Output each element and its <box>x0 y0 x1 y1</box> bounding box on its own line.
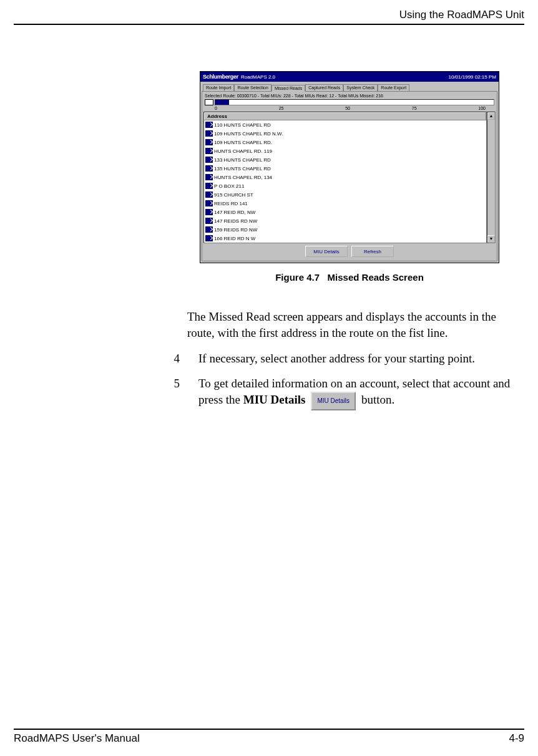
list-item[interactable]: 110 HUNTS CHAPEL RD <box>204 120 486 129</box>
page-footer: RoadMAPS User's Manual 4-9 <box>14 732 524 745</box>
address-text: REIDS RD 141 <box>214 201 248 206</box>
footer-page-number: 4-9 <box>509 732 524 745</box>
address-text: HUNTS CHAPEL RD. 119 <box>214 148 272 154</box>
scale-75: 75 <box>412 106 417 110</box>
tab-pane: Selected Route: 00300710 - Total MIUs: 2… <box>202 91 497 261</box>
tab-captured-reads[interactable]: Captured Reads <box>305 84 343 91</box>
address-text: 147 REIDS RD NW <box>214 218 257 224</box>
envelope-icon <box>205 122 213 128</box>
list-item[interactable]: 133 HUNTS CHAPEL RD <box>204 155 486 164</box>
title-datetime: 10/01/1999 02:15 PM <box>448 74 496 80</box>
envelope-icon <box>205 130 213 137</box>
progress-scale: 0 25 50 75 100 <box>203 106 496 110</box>
refresh-button[interactable]: Refresh <box>351 246 394 257</box>
envelope-icon <box>205 139 213 145</box>
address-text: 109 HUNTS CHAPEL RD. <box>214 140 272 145</box>
address-list: Address 110 HUNTS CHAPEL RD 109 HUNTS CH… <box>203 112 487 243</box>
envelope-icon <box>205 148 213 154</box>
paragraph: The Missed Read screen appears and displ… <box>187 309 518 341</box>
step5-text-b: button. <box>361 393 394 406</box>
progress-fill <box>215 100 229 105</box>
envelope-icon <box>205 165 213 172</box>
figure-title: Missed Reads Screen <box>328 272 424 283</box>
list-item[interactable]: HUNTS CHAPEL RD. 119 <box>204 147 486 155</box>
step-text: If necessary, select another address for… <box>198 351 518 367</box>
title-bar: Schlumberger RoadMAPS 2.0 10/01/1999 02:… <box>200 72 499 82</box>
button-row: MIU Details Refresh <box>203 243 496 259</box>
scroll-up-icon[interactable]: ▲ <box>487 112 495 120</box>
list-item[interactable]: 109 HUNTS CHAPEL RD. <box>204 138 486 147</box>
list-item[interactable]: 109 HUNTS CHAPEL RD N.W. <box>204 129 486 138</box>
step-text: To get detailed information on an accoun… <box>198 376 518 410</box>
list-item[interactable]: 147 REID RD, NW <box>204 208 486 216</box>
address-text: 159 REIDS RD NW <box>214 227 257 233</box>
address-text: 915 CHURCH ST <box>214 192 253 198</box>
envelope-icon <box>205 209 213 215</box>
envelope-icon <box>205 226 213 233</box>
brand-label: Schlumberger <box>203 74 238 80</box>
figure-caption: Figure 4.7 Missed Reads Screen <box>200 272 499 283</box>
address-list-area: Address 110 HUNTS CHAPEL RD 109 HUNTS CH… <box>203 112 496 243</box>
address-text: 110 HUNTS CHAPEL RD <box>214 122 271 128</box>
figure-missed-reads: Schlumberger RoadMAPS 2.0 10/01/1999 02:… <box>200 71 499 283</box>
list-item[interactable]: 166 REID RD N W <box>204 234 486 243</box>
tab-system-check[interactable]: System Check <box>343 84 378 91</box>
address-text: 109 HUNTS CHAPEL RD N.W. <box>214 131 283 137</box>
miu-details-inline-button[interactable]: MIU Details <box>311 392 356 410</box>
tab-route-selection[interactable]: Route Selection <box>234 84 271 91</box>
list-item[interactable]: 159 REIDS RD NW <box>204 225 486 234</box>
scale-50: 50 <box>345 106 350 110</box>
address-text: P O BOX 211 <box>214 183 244 189</box>
list-item[interactable]: 915 CHURCH ST <box>204 190 486 199</box>
scroll-down-icon[interactable]: ▼ <box>487 235 495 243</box>
scale-25: 25 <box>279 106 284 110</box>
body-text: The Missed Read screen appears and displ… <box>187 309 518 419</box>
tab-strip: Route Import Route Selection Missed Read… <box>202 83 497 91</box>
scale-100: 100 <box>478 106 486 110</box>
scale-0: 0 <box>215 106 217 110</box>
footer-manual-title: RoadMAPS User's Manual <box>14 732 140 745</box>
envelope-icon <box>205 218 213 224</box>
address-text: 147 REID RD, NW <box>214 210 255 215</box>
envelope-icon <box>205 200 213 206</box>
figure-label: Figure 4.7 <box>275 272 320 283</box>
progress-bar <box>215 99 494 105</box>
status-line: Selected Route: 00300710 - Total MIUs: 2… <box>203 93 496 99</box>
step-number: 5 <box>160 376 187 410</box>
address-text: 135 HUNTS CHAPEL RD <box>214 166 271 172</box>
list-item[interactable]: P O BOX 211 <box>204 182 486 190</box>
progress-row <box>203 99 496 106</box>
page-header-title: Using the RoadMAPS Unit <box>399 9 524 21</box>
list-item[interactable]: REIDS RD 141 <box>204 199 486 208</box>
step-4: 4 If necessary, select another address f… <box>187 351 518 367</box>
list-item[interactable]: HUNTS CHAPEL RD, 134 <box>204 173 486 182</box>
van-icon <box>205 99 213 105</box>
tab-missed-reads[interactable]: Missed Reads <box>271 85 305 92</box>
step-number: 4 <box>160 351 187 367</box>
list-item[interactable]: 135 HUNTS CHAPEL RD <box>204 164 486 173</box>
tab-route-export[interactable]: Route Export <box>378 84 409 91</box>
address-text: 133 HUNTS CHAPEL RD <box>214 157 271 163</box>
miu-details-bold: MIU Details <box>243 393 306 406</box>
tab-route-import[interactable]: Route Import <box>203 84 234 91</box>
step-5: 5 To get detailed information on an acco… <box>187 376 518 410</box>
address-column-header[interactable]: Address <box>204 112 486 120</box>
list-item[interactable]: 147 REIDS RD NW <box>204 216 486 225</box>
envelope-icon <box>205 174 213 180</box>
app-window: Schlumberger RoadMAPS 2.0 10/01/1999 02:… <box>200 71 499 263</box>
envelope-icon <box>205 183 213 189</box>
client-area: Route Import Route Selection Missed Read… <box>200 82 499 263</box>
header-rule <box>14 24 524 25</box>
app-title: RoadMAPS 2.0 <box>241 74 449 80</box>
footer-rule <box>14 729 524 730</box>
envelope-icon <box>205 157 213 163</box>
miu-details-button[interactable]: MIU Details <box>305 246 348 257</box>
envelope-icon <box>205 235 213 241</box>
address-text: 166 REID RD N W <box>214 236 255 241</box>
scrollbar[interactable]: ▲ ▼ <box>487 112 496 243</box>
address-text: HUNTS CHAPEL RD, 134 <box>214 175 272 180</box>
envelope-icon <box>205 191 213 198</box>
